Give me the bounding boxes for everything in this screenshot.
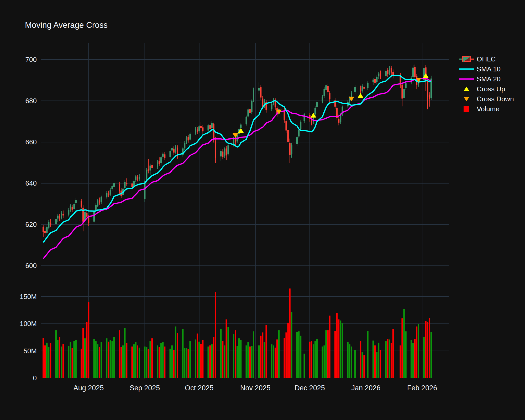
candle-body [186, 138, 187, 142]
volume-bar [322, 346, 323, 378]
candle-body [298, 130, 300, 136]
candle-body [209, 125, 211, 129]
triangle-down-icon [459, 95, 474, 103]
triangle-up-icon [459, 85, 474, 93]
candle-body [300, 122, 302, 129]
chart-root: Moving Average Cross 7006806606406206001… [0, 0, 525, 420]
candle-body [81, 201, 82, 207]
candle-body [213, 124, 214, 140]
volume-bar [316, 339, 318, 378]
candle-body [148, 169, 149, 171]
volume-bar [184, 348, 186, 378]
sma20-line-icon [459, 75, 474, 83]
legend-item-volume[interactable]: Volume [459, 105, 514, 113]
volume-bar [276, 339, 278, 378]
volume-bar [169, 349, 171, 378]
candle-body [367, 83, 369, 88]
candle-body [253, 90, 254, 101]
month-tick-label: Dec 2025 [295, 384, 325, 392]
volume-bar [401, 318, 403, 378]
legend-label-cross-down: Cross Down [477, 95, 514, 103]
candle-body [249, 109, 251, 113]
legend-item-sma10[interactable]: SMA 10 [459, 65, 514, 73]
candle-body [126, 183, 128, 184]
candle-body [202, 127, 204, 131]
volume-bar [73, 341, 75, 378]
candle-body [200, 126, 202, 128]
volume-bar [124, 328, 126, 378]
volume-bar [227, 327, 229, 378]
volume-bar [389, 339, 390, 378]
candle-body [327, 86, 329, 92]
volume-bar [363, 355, 365, 378]
candle-body [133, 181, 135, 186]
volume-bar [137, 345, 138, 378]
volume-bar [149, 341, 151, 378]
legend-label-ohlc: OHLC [477, 55, 496, 63]
candle-body [57, 216, 59, 218]
volume-bar [139, 348, 140, 378]
volume-bar [57, 340, 59, 378]
candle-body [195, 129, 196, 133]
candle-body [157, 162, 158, 167]
volume-bar [327, 330, 329, 378]
legend-label-cross-up-swatch: SMA 20 [477, 75, 501, 83]
volume-bar [387, 339, 388, 378]
candle-body [139, 177, 140, 179]
volume-tick-label: 0 [33, 374, 37, 382]
volume-bar [182, 329, 184, 378]
volume-bar [298, 331, 300, 378]
legend-item-cross-up[interactable]: Cross Up [459, 85, 514, 93]
volume-bar [329, 316, 330, 378]
price-tick-label: 620 [25, 220, 37, 228]
candle-body [59, 216, 60, 219]
volume-bar [258, 345, 260, 378]
candle-body [70, 206, 71, 209]
candle-body [68, 210, 70, 215]
volume-bar [144, 346, 146, 378]
volume-bar [303, 354, 305, 378]
volume-bar [119, 330, 120, 378]
volume-bar [162, 342, 164, 378]
volume-bar [135, 342, 136, 378]
chart-canvas[interactable]: 700680660640620600150M100M50M0Aug 2025Se… [0, 0, 525, 420]
candle-body [323, 89, 325, 96]
volume-bar [202, 340, 204, 378]
volume-tick-label: 50M [23, 347, 37, 355]
volume-bar [284, 338, 285, 378]
gridlines [41, 43, 449, 379]
volume-bar [106, 338, 108, 378]
candle-body [135, 176, 136, 180]
candle-body [403, 89, 405, 98]
candle-body [391, 68, 392, 72]
candle-body [271, 104, 272, 109]
volume-bar [249, 346, 251, 378]
legend-item-sma20[interactable]: SMA 20 [459, 75, 514, 83]
volume-bar [265, 325, 267, 378]
volume-bar [195, 339, 196, 378]
volume-bar [95, 341, 97, 378]
volume-bar [300, 336, 302, 378]
month-tick-label: Feb 2026 [407, 384, 437, 392]
candle-body [338, 119, 340, 123]
candle-body [207, 125, 209, 131]
candle-body [198, 126, 200, 131]
candle-body [372, 80, 374, 82]
volume-bar [342, 323, 343, 378]
candle-body [378, 74, 380, 76]
legend-item-ohlc[interactable]: OHLC [459, 55, 514, 63]
volume-bar [44, 345, 46, 378]
volume-bar [215, 292, 216, 378]
candle-body [197, 129, 198, 132]
volume-bar [403, 309, 405, 378]
month-tick-label: Oct 2025 [185, 384, 214, 392]
legend-item-cross-down[interactable]: Cross Down [459, 95, 514, 103]
month-tick-label: Aug 2025 [74, 384, 104, 392]
candle-body [159, 161, 160, 164]
candle-body [340, 115, 342, 122]
volume-bar [171, 345, 173, 378]
volume-bar [411, 340, 412, 378]
volume-bar [213, 337, 214, 378]
candle-body [75, 200, 77, 203]
candle-body [50, 223, 51, 225]
